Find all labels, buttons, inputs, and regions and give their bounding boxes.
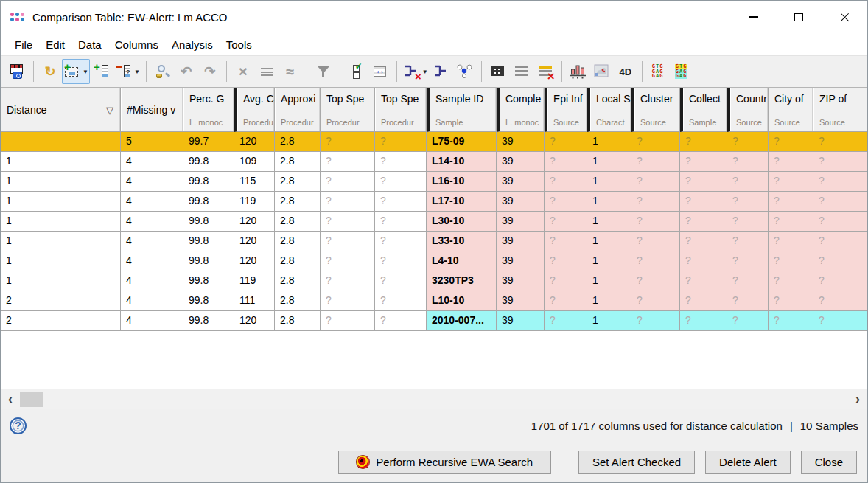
maximize-button[interactable]	[776, 1, 822, 33]
cell-cluster[interactable]: ?	[631, 251, 680, 271]
cell-epi-inf[interactable]: ?	[545, 251, 587, 271]
cell-missing-v[interactable]: 4	[121, 152, 183, 172]
cell-distance[interactable]: 1	[1, 212, 121, 232]
cell-local-s[interactable]: 1	[587, 132, 631, 152]
cell-local-s[interactable]: 1	[587, 271, 631, 291]
cell-epi-inf[interactable]: ?	[545, 172, 587, 192]
cell-missing-v[interactable]: 5	[121, 132, 183, 152]
cell-missing-v[interactable]: 4	[121, 172, 183, 192]
cell-top-spe[interactable]: ?	[321, 192, 375, 212]
cell-top-spe[interactable]: ?	[375, 172, 427, 192]
cell-collect[interactable]: ?	[680, 152, 727, 172]
column-header-sample-id[interactable]: Sample IDSample	[427, 88, 497, 132]
find-button[interactable]	[151, 59, 175, 84]
cell-collect[interactable]: ?	[680, 132, 727, 152]
cell-top-spe[interactable]: ?	[375, 232, 427, 251]
map-view-button[interactable]	[590, 59, 614, 84]
cell-approxi[interactable]: 2.8	[275, 291, 321, 311]
help-icon[interactable]: ?	[10, 417, 27, 434]
cell-distance[interactable]: 1	[1, 192, 121, 212]
set-alert-checked-button[interactable]: Set Alert Checked	[578, 451, 695, 474]
column-header-zip-of[interactable]: ZIP ofSource	[813, 88, 867, 132]
column-header-top-spe[interactable]: Top SpeProcedur	[321, 88, 375, 132]
cell-zip-of[interactable]: ?	[813, 132, 867, 152]
cell-avg-c[interactable]: 120	[234, 232, 275, 251]
column-header-collect[interactable]: CollectSample	[680, 88, 727, 132]
cell-city-of[interactable]: ?	[769, 172, 813, 192]
cell-top-spe[interactable]: ?	[321, 212, 375, 232]
cell-zip-of[interactable]: ?	[813, 251, 867, 271]
cell-countr[interactable]: ?	[727, 291, 769, 311]
cell-cluster[interactable]: ?	[631, 291, 680, 311]
cell-top-spe[interactable]: ?	[321, 311, 375, 331]
cell-sample-id[interactable]: 3230TP3	[427, 271, 497, 291]
cell-local-s[interactable]: 1	[587, 232, 631, 251]
column-header-epi-inf[interactable]: Epi InfSource	[545, 88, 587, 132]
cell-zip-of[interactable]: ?	[813, 271, 867, 291]
cell-epi-inf[interactable]: ?	[545, 152, 587, 172]
cell-collect[interactable]: ?	[680, 311, 727, 331]
cell-perc-g[interactable]: 99.8	[183, 152, 234, 172]
cell-cluster[interactable]: ?	[631, 152, 680, 172]
cell-cluster[interactable]: ?	[631, 172, 680, 192]
cell-city-of[interactable]: ?	[769, 311, 813, 331]
scrollbar-thumb[interactable]	[20, 392, 43, 407]
column-header-approxi[interactable]: ApproxiProcedur	[275, 88, 321, 132]
cell-local-s[interactable]: 1	[587, 152, 631, 172]
chart-button[interactable]	[567, 59, 590, 84]
cell-avg-c[interactable]: 120	[234, 251, 275, 271]
cell-missing-v[interactable]: 4	[121, 291, 183, 311]
cell-comple[interactable]: 39	[497, 212, 545, 232]
sequence-view-button[interactable]: GTGGAGGAG	[647, 59, 671, 84]
cell-top-spe[interactable]: ?	[375, 132, 427, 152]
cell-collect[interactable]: ?	[680, 271, 727, 291]
cell-cluster[interactable]: ?	[631, 192, 680, 212]
cell-countr[interactable]: ?	[727, 192, 769, 212]
cell-perc-g[interactable]: 99.7	[183, 132, 234, 152]
cell-sample-id[interactable]: 2010-007...	[427, 311, 497, 331]
column-header-local-s[interactable]: Local SCharact	[587, 88, 631, 132]
cell-approxi[interactable]: 2.8	[275, 172, 321, 192]
cell-countr[interactable]: ?	[727, 232, 769, 251]
cell-approxi[interactable]: 2.8	[275, 192, 321, 212]
cell-approxi[interactable]: 2.8	[275, 251, 321, 271]
scroll-left-button[interactable]: ‹	[1, 389, 20, 409]
cell-zip-of[interactable]: ?	[813, 291, 867, 311]
cell-cluster[interactable]: ?	[631, 271, 680, 291]
cell-missing-v[interactable]: 4	[121, 192, 183, 212]
cell-top-spe[interactable]: ?	[321, 232, 375, 251]
perform-recursive-ewa-search-button[interactable]: Perform Recursive EWA Search	[338, 451, 551, 474]
cell-distance[interactable]: 2	[1, 291, 121, 311]
cell-epi-inf[interactable]: ?	[545, 132, 587, 152]
cell-missing-v[interactable]: 4	[121, 311, 183, 331]
cell-avg-c[interactable]: 120	[234, 311, 275, 331]
cell-comple[interactable]: 39	[497, 271, 545, 291]
cell-distance[interactable]: 2	[1, 311, 121, 331]
cell-avg-c[interactable]: 115	[234, 172, 275, 192]
add-info-field-button[interactable]: +	[90, 59, 113, 84]
cell-sample-id[interactable]: L16-10	[427, 172, 497, 192]
cell-perc-g[interactable]: 99.8	[183, 172, 234, 192]
delete-button[interactable]: ×	[231, 59, 255, 84]
cell-collect[interactable]: ?	[680, 232, 727, 251]
redo-button[interactable]: ↷	[198, 59, 222, 84]
cell-comple[interactable]: 39	[497, 291, 545, 311]
cell-missing-v[interactable]: 4	[121, 212, 183, 232]
select-rows-button[interactable]	[255, 59, 279, 84]
column-header-countr[interactable]: CountrSource	[727, 88, 769, 132]
cell-avg-c[interactable]: 111	[234, 291, 275, 311]
column-header-distance[interactable]: Distance▽	[1, 88, 121, 132]
cell-epi-inf[interactable]: ?	[545, 192, 587, 212]
cell-sample-id[interactable]: L17-10	[427, 192, 497, 212]
cell-epi-inf[interactable]: ?	[545, 311, 587, 331]
cell-top-spe[interactable]: ?	[321, 172, 375, 192]
view-4d-button[interactable]: 4D	[614, 59, 637, 84]
cell-comple[interactable]: 39	[497, 152, 545, 172]
cell-epi-inf[interactable]: ?	[545, 271, 587, 291]
cell-top-spe[interactable]: ?	[321, 132, 375, 152]
cell-comple[interactable]: 39	[497, 192, 545, 212]
cell-approxi[interactable]: 2.8	[275, 132, 321, 152]
cell-perc-g[interactable]: 99.8	[183, 291, 234, 311]
close-dialog-button[interactable]: Close	[801, 451, 857, 474]
cell-collect[interactable]: ?	[680, 192, 727, 212]
